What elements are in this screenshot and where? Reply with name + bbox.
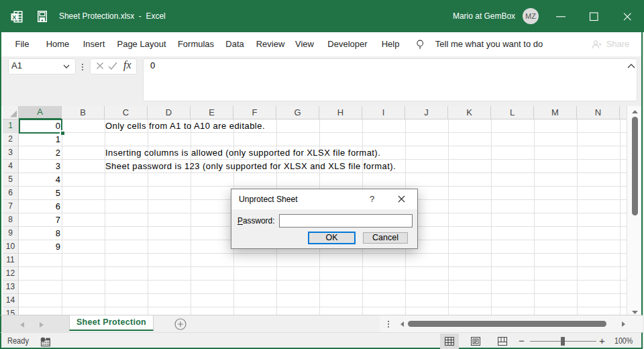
svg-text:X: X [12, 14, 16, 21]
